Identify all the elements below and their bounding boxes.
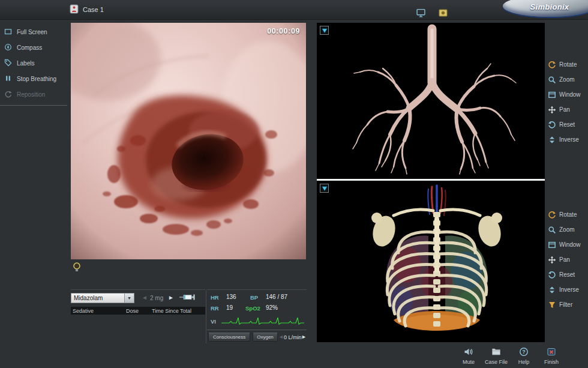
tool-reset-bottom[interactable]: Reset xyxy=(548,270,588,279)
tool-window-top[interactable]: Window xyxy=(548,90,588,99)
footer-label: Finish xyxy=(544,359,559,365)
ecg-waveform xyxy=(221,316,304,329)
light-bulb-button[interactable] xyxy=(72,262,82,274)
sidebar-item-labels[interactable]: Labels xyxy=(0,55,67,71)
column-total: Total xyxy=(180,308,191,314)
rr-label: RR xyxy=(211,305,219,312)
sidebar-item-stop-breathing[interactable]: Stop Breathing xyxy=(0,71,67,86)
inject-button[interactable] xyxy=(179,293,198,303)
tool-rotate-bottom[interactable]: Rotate xyxy=(548,210,588,219)
tool-rotate-top[interactable]: Rotate xyxy=(548,60,588,69)
tool-label: Zoom xyxy=(559,76,575,83)
footer-label: Case File xyxy=(485,359,508,365)
view-menu-triangle-icon xyxy=(322,28,328,34)
rotate-icon xyxy=(548,211,556,219)
sidebar-item-reposition[interactable]: Reposition xyxy=(0,86,67,102)
bronchial-tree-model xyxy=(317,23,545,179)
spo2-value: 92% xyxy=(266,304,278,311)
oxygen-button[interactable]: Oxygen xyxy=(253,333,278,342)
tool-label: Inverse xyxy=(559,286,579,293)
endoscope-view[interactable]: 00:00:09 xyxy=(71,23,306,259)
footer-label: Help xyxy=(518,359,530,365)
simbionix-logo: Simbionix xyxy=(503,0,588,17)
sidebar-item-label: Labels xyxy=(17,60,34,67)
finish-icon xyxy=(547,347,556,358)
consciousness-button[interactable]: Consciousness xyxy=(208,333,250,342)
fullscreen-icon xyxy=(4,28,12,37)
thorax-view[interactable] xyxy=(317,181,545,342)
tool-pan-top[interactable]: Pan xyxy=(548,105,588,114)
endoscope-image xyxy=(71,23,306,259)
dropdown-arrow-icon: ▼ xyxy=(124,294,134,303)
column-dose: Dose xyxy=(126,308,139,314)
tool-label: Reset xyxy=(559,271,575,278)
case-title: Case 1 xyxy=(83,6,104,13)
simulator-window: Case 1 Simbionix Full Screen Compass Lab… xyxy=(0,0,588,368)
tool-zoom-top[interactable]: Zoom xyxy=(548,75,588,84)
view-menu-button-top[interactable] xyxy=(320,26,329,35)
inverse-icon xyxy=(548,136,556,144)
sidebar-item-label: Compass xyxy=(17,44,42,51)
vi-label: VI xyxy=(211,318,216,325)
case-icon xyxy=(70,4,79,15)
sidebar-item-label: Full Screen xyxy=(17,29,47,35)
tool-reset-top[interactable]: Reset xyxy=(548,120,588,129)
elapsed-timer: 00:00:09 xyxy=(267,27,300,35)
window-icon xyxy=(548,241,556,249)
dose-value: 2 mg xyxy=(150,295,163,301)
view-menu-triangle-icon xyxy=(322,186,328,192)
snapshot-button[interactable] xyxy=(439,8,448,17)
spo2-label: SpO2 xyxy=(245,305,260,312)
help-button[interactable]: ? Help xyxy=(512,347,535,365)
rr-value: 19 xyxy=(226,304,233,311)
pause-breathing-icon xyxy=(4,74,12,83)
display-toggle-button[interactable] xyxy=(416,8,425,17)
vitals-panel: HR 136 BP 146 / 87 RR 19 SpO2 92% VI Con… xyxy=(207,289,307,344)
tool-label: Pan xyxy=(559,106,570,113)
tag-icon xyxy=(4,59,12,68)
tool-window-bottom[interactable]: Window xyxy=(548,240,588,249)
bronchial-tree-view[interactable] xyxy=(317,23,545,179)
mute-icon xyxy=(464,347,473,358)
mute-button[interactable]: Mute xyxy=(457,347,480,365)
tool-inverse-bottom[interactable]: Inverse xyxy=(548,285,588,294)
reset-icon xyxy=(548,271,556,279)
pan-icon xyxy=(548,256,556,264)
tool-inverse-top[interactable]: Inverse xyxy=(548,135,588,144)
brand-name: Simbionix xyxy=(530,1,569,11)
dose-decrease-button[interactable]: ◄ xyxy=(142,294,148,301)
svg-text:?: ? xyxy=(522,349,526,355)
medication-panel: Midazolam ▼ ◄ 2 mg ► Sedative Dose Time … xyxy=(71,289,205,344)
case-chip: Case 1 xyxy=(70,4,104,15)
thorax-model xyxy=(317,181,545,342)
sedative-dropdown[interactable]: Midazolam ▼ xyxy=(71,293,134,303)
sidebar-divider xyxy=(0,105,67,106)
sidebar-item-compass[interactable]: Compass xyxy=(0,40,67,55)
bp-value: 146 / 87 xyxy=(266,294,287,300)
view-menu-button-bottom[interactable] xyxy=(320,184,329,193)
column-sedative: Sedative xyxy=(73,308,94,314)
tool-label: Rotate xyxy=(559,211,577,218)
column-time-since: Time Since xyxy=(152,308,179,314)
tool-pan-bottom[interactable]: Pan xyxy=(548,255,588,264)
syringe-icon xyxy=(179,294,197,303)
zoom-icon xyxy=(548,76,556,84)
sidebar: Full Screen Compass Labels Stop Breathin… xyxy=(0,24,67,106)
finish-button[interactable]: Finish xyxy=(540,347,563,365)
folder-icon xyxy=(491,347,501,358)
zoom-icon xyxy=(548,226,556,234)
dose-increase-button[interactable]: ► xyxy=(168,294,174,301)
oxygen-decrease-button[interactable]: ◄ xyxy=(278,334,284,340)
tool-zoom-bottom[interactable]: Zoom xyxy=(548,225,588,234)
tool-label: Reset xyxy=(559,121,575,128)
tool-filter-bottom[interactable]: Filter xyxy=(548,300,588,309)
tool-label: Filter xyxy=(559,301,572,308)
tool-label: Inverse xyxy=(559,136,579,143)
filter-icon xyxy=(548,301,556,309)
case-file-button[interactable]: Case File xyxy=(485,347,508,365)
sidebar-item-full-screen[interactable]: Full Screen xyxy=(0,24,67,40)
view-tools-bottom: Rotate Zoom Window Pan Reset Inverse Fil… xyxy=(548,210,588,309)
sidebar-item-label: Reposition xyxy=(17,91,45,98)
oxygen-increase-button[interactable]: ► xyxy=(301,334,307,340)
panel-divider xyxy=(206,290,206,343)
